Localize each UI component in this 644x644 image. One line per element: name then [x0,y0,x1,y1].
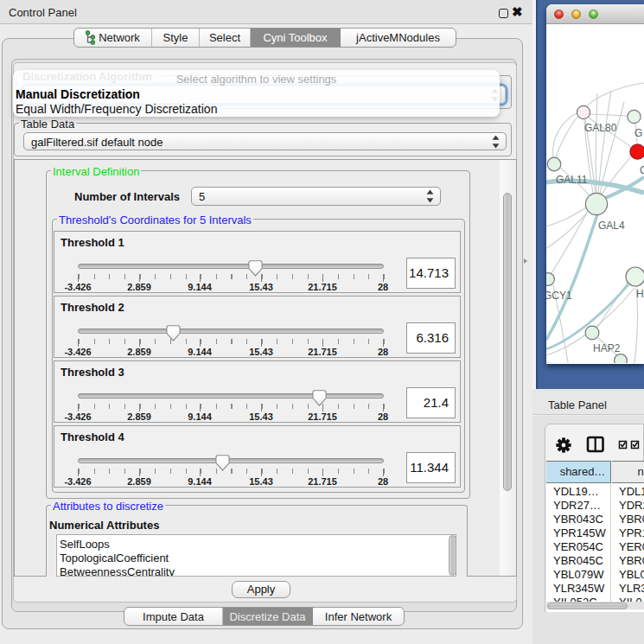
svg-text:HAP2: HAP2 [593,342,621,354]
svg-text:C: C [640,164,644,176]
svg-text:G: G [634,127,642,139]
svg-text:H: H [636,288,644,300]
svg-text:GAL80: GAL80 [584,122,617,134]
svg-text:GAL4: GAL4 [598,220,625,232]
svg-text:GCY1: GCY1 [546,290,572,302]
svg-text:GAL11: GAL11 [556,174,588,186]
